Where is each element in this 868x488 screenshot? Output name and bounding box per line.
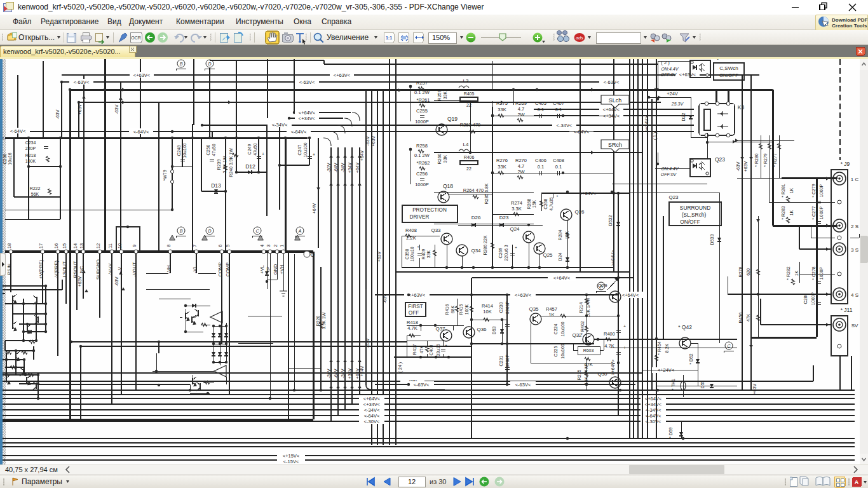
svg-text:-34V: -34V: [341, 369, 345, 378]
svg-text:+63V: +63V: [371, 135, 376, 146]
svg-text:( 1 ): ( 1 ): [653, 132, 658, 140]
svg-text:C231: C231: [499, 356, 503, 367]
svg-text:* D59: * D59: [668, 427, 673, 438]
svg-text:7: 7: [192, 245, 198, 247]
svg-text:C406: C406: [535, 158, 546, 163]
svg-text:R415: R415: [459, 304, 463, 315]
svg-text:C225: C225: [553, 346, 558, 357]
svg-text:+VL: +VL: [259, 265, 265, 274]
svg-text:Q32: Q32: [572, 332, 582, 338]
svg-text:1K: 1K: [789, 210, 794, 215]
svg-text:из 30: из 30: [430, 478, 446, 485]
svg-text:( 2 ): ( 2 ): [661, 60, 670, 65]
svg-text:D533: D533: [710, 234, 714, 245]
svg-text:K3: K3: [738, 104, 745, 111]
svg-text:56K: 56K: [31, 192, 39, 196]
svg-text:3.3K: 3.3K: [512, 206, 521, 212]
svg-text:+: +: [556, 194, 559, 198]
svg-text:<-64V<: <-64V<: [10, 128, 26, 134]
svg-text:+VH: +VH: [279, 265, 285, 274]
svg-text:L4: L4: [463, 142, 469, 147]
svg-text:25.3V: 25.3V: [671, 102, 684, 106]
svg-text:1 C: 1 C: [851, 177, 859, 182]
svg-text:OFF:0V: OFF:0V: [661, 172, 677, 177]
svg-text:R260: R260: [437, 154, 442, 165]
svg-text:+: +: [445, 343, 447, 347]
svg-text:0.1 2W: 0.1 2W: [414, 152, 430, 158]
svg-text:* R454: * R454: [657, 341, 661, 355]
svg-text:<+64V<: <+64V<: [553, 275, 571, 281]
svg-text:10u100: 10u100: [560, 344, 565, 358]
svg-text:1000P: 1000P: [819, 184, 824, 198]
svg-text:*W79: *W79: [163, 170, 167, 180]
svg-text:R418: R418: [407, 320, 418, 325]
svg-text:1K: 1K: [794, 270, 799, 276]
svg-text:-63V: -63V: [736, 161, 740, 171]
svg-text:<+64V<: <+64V<: [363, 396, 381, 402]
svg-text:R258: R258: [416, 143, 428, 149]
svg-text:ON/OFF: ON/OFF: [680, 219, 700, 225]
svg-text:8: 8: [166, 245, 172, 247]
svg-text:Q22: Q22: [715, 59, 725, 60]
svg-text:+64V: +64V: [355, 162, 360, 173]
svg-text:+63V: +63V: [743, 161, 748, 172]
svg-text:+: +: [623, 324, 626, 329]
svg-text:<+63V<: <+63V<: [679, 72, 696, 78]
svg-text:R603: R603: [583, 348, 594, 353]
svg-text:Q23: Q23: [668, 194, 679, 200]
svg-text:* R277: * R277: [773, 153, 777, 167]
svg-text:OFF:0V: OFF:0V: [661, 72, 677, 77]
svg-text:C247: C247: [297, 145, 302, 156]
svg-text:Q23: Q23: [715, 156, 725, 163]
svg-text:ON/OFF: ON/OFF: [719, 72, 738, 78]
svg-text:*R262: *R262: [417, 160, 430, 166]
svg-text:RSOUT: RSOUT: [72, 261, 78, 278]
svg-text:0.1: 0.1: [555, 164, 562, 170]
svg-text:SV: SV: [851, 323, 858, 329]
svg-text:C408: C408: [553, 158, 564, 163]
svg-text:R259: R259: [437, 90, 442, 101]
svg-text:SLch: SLch: [609, 97, 622, 104]
svg-text:R274: R274: [511, 200, 522, 206]
svg-text:4: 4: [259, 245, 265, 247]
svg-text:+34V: +34V: [348, 162, 352, 173]
svg-text:C,SWch: C,SWch: [719, 65, 738, 71]
svg-text:R406: R406: [464, 155, 475, 159]
svg-text:0.1: 0.1: [538, 164, 544, 170]
svg-text:R222: R222: [30, 186, 41, 191]
svg-text:-VH: -VH: [166, 266, 172, 274]
svg-text:-V/+V: -V/+V: [107, 264, 113, 276]
svg-text:+63V: +63V: [78, 276, 82, 287]
svg-text:4.7: 4.7: [518, 163, 524, 169]
svg-text:+63V: +63V: [377, 251, 381, 262]
svg-text:R408: R408: [405, 227, 417, 233]
svg-text:220u6.3: 220u6.3: [504, 245, 508, 261]
svg-text:C224: C224: [553, 324, 558, 335]
svg-text:R409: R409: [421, 249, 426, 260]
svg-text:D13: D13: [211, 182, 221, 189]
svg-text:C236: C236: [3, 154, 7, 165]
svg-text:* D52: * D52: [689, 353, 693, 365]
svg-text:D24: D24: [558, 252, 562, 261]
svg-text:C268: C268: [543, 199, 548, 210]
svg-text:10u16: 10u16: [8, 152, 12, 165]
svg-text:R276: R276: [496, 158, 508, 163]
svg-text:C400: C400: [429, 345, 433, 356]
svg-text:C269: C269: [498, 248, 503, 259]
svg-text:D55: D55: [700, 380, 705, 388]
svg-text:D532: D532: [608, 215, 613, 226]
svg-text:+64V: +64V: [355, 368, 360, 379]
svg-text:Q24: Q24: [510, 226, 520, 232]
svg-text:* R279: * R279: [763, 153, 768, 167]
svg-text:* C277: * C277: [811, 206, 816, 220]
svg-text:<-30V<: <-30V<: [364, 419, 380, 424]
svg-text:4.7: 4.7: [518, 106, 524, 112]
svg-text:>+24V>: >+24V>: [644, 116, 649, 132]
svg-text:47u50: 47u50: [212, 144, 216, 156]
svg-text:1K: 1K: [548, 312, 554, 318]
svg-text:+V(PRE): +V(PRE): [38, 260, 44, 279]
svg-text:D26: D26: [471, 215, 481, 220]
svg-text:<+15V<: <+15V<: [283, 453, 300, 459]
svg-text:Q25: Q25: [543, 252, 553, 258]
svg-text:-63V: -63V: [114, 104, 119, 114]
